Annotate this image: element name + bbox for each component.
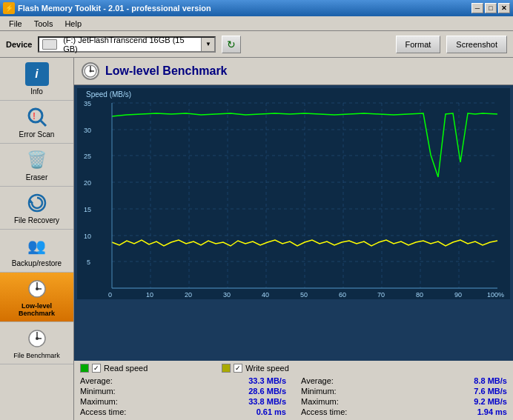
file-benchmark-icon	[25, 327, 49, 350]
svg-text:10: 10	[146, 291, 153, 299]
read-speed-checkbox[interactable]: ✓	[92, 364, 101, 373]
svg-text:15: 15	[84, 206, 91, 213]
read-speed-color	[80, 364, 89, 373]
write-speed-color	[222, 364, 231, 373]
svg-text:70: 70	[377, 291, 385, 299]
read-average-value: 33.3 MB/s	[248, 376, 286, 385]
write-maximum-row: Maximum: 9.2 MB/s	[301, 396, 507, 407]
read-access-time-label: Access time:	[80, 407, 126, 416]
write-access-time-row: Access time: 1.94 ms	[301, 407, 507, 417]
sidebar-item-backup-restore-label: Backup/restore	[12, 259, 62, 267]
read-minimum-value: 28.6 MB/s	[248, 387, 286, 396]
sidebar-item-info[interactable]: i Info	[0, 58, 73, 101]
svg-text:35: 35	[84, 100, 91, 107]
svg-text:40: 40	[262, 291, 269, 299]
device-select-inner: (F:) JetFlashTranscend 16GB (15 GB)	[39, 36, 201, 53]
svg-point-16	[90, 70, 92, 73]
sidebar-item-info-label: Info	[30, 87, 43, 96]
write-access-time-value: 1.94 ms	[477, 407, 507, 416]
menu-file[interactable]: File	[3, 19, 28, 29]
write-minimum-value: 7.6 MB/s	[474, 387, 507, 396]
write-stats: Average: 8.8 MB/s Minimum: 7.6 MB/s Maxi…	[301, 376, 507, 417]
read-speed-legend: ✓ Read speed	[80, 364, 148, 373]
svg-text:60: 60	[339, 291, 346, 299]
sidebar-item-backup-restore[interactable]: 👥 Backup/restore	[0, 230, 73, 273]
write-speed-legend-label: Write speed	[245, 364, 289, 373]
benchmark-chart: Speed (MB/s) 35	[77, 88, 510, 299]
write-maximum-label: Maximum:	[301, 397, 339, 406]
read-speed-legend-label: Read speed	[104, 364, 148, 373]
write-average-value: 8.8 MB/s	[474, 376, 507, 385]
svg-text:20: 20	[84, 179, 91, 187]
svg-text:10: 10	[84, 233, 91, 240]
panel-header: Low-level Benchmark	[74, 58, 513, 85]
stats-grid: Average: 33.3 MB/s Minimum: 28.6 MB/s Ma…	[80, 376, 507, 417]
svg-text:80: 80	[416, 291, 423, 299]
title-bar-buttons: ─ □ ✕	[471, 3, 510, 13]
screenshot-button[interactable]: Screenshot	[446, 36, 507, 53]
svg-text:25: 25	[84, 153, 91, 160]
sidebar-item-error-scan-label: Error Scan	[19, 130, 55, 139]
read-access-time-row: Access time: 0.61 ms	[80, 407, 286, 417]
sidebar-item-file-benchmark[interactable]: File Benchmark	[0, 322, 73, 364]
svg-text:90: 90	[454, 291, 462, 299]
device-dropdown-arrow[interactable]: ▼	[201, 38, 214, 51]
read-stats: Average: 33.3 MB/s Minimum: 28.6 MB/s Ma…	[80, 376, 286, 417]
app-icon: ⚡	[3, 2, 15, 14]
menu-help[interactable]: Help	[59, 19, 87, 29]
panel-title: Low-level Benchmark	[105, 64, 228, 78]
sidebar-item-low-level-benchmark[interactable]: Low-level Benchmark	[0, 273, 73, 322]
svg-text:5: 5	[87, 259, 90, 266]
maximize-button[interactable]: □	[485, 3, 497, 13]
device-value: (F:) JetFlashTranscend 16GB (15 GB)	[63, 36, 198, 53]
svg-point-8	[36, 287, 39, 290]
format-button[interactable]: Format	[396, 36, 441, 53]
svg-point-0	[29, 109, 42, 122]
minimize-button[interactable]: ─	[471, 3, 483, 13]
sidebar-item-eraser[interactable]: 🗑️ Eraser	[0, 144, 73, 187]
svg-line-1	[41, 121, 46, 126]
legend-row: ✓ Read speed ✓ Write speed	[80, 364, 507, 373]
svg-text:30: 30	[84, 127, 91, 134]
svg-point-12	[36, 337, 39, 340]
eraser-icon: 🗑️	[25, 148, 49, 172]
read-maximum-value: 33.8 MB/s	[248, 397, 286, 406]
sidebar-item-file-benchmark-label: File Benchmark	[13, 352, 60, 359]
file-recovery-icon	[25, 191, 49, 215]
write-minimum-row: Minimum: 7.6 MB/s	[301, 386, 507, 396]
y-axis-label: Speed (MB/s)	[86, 90, 131, 99]
sidebar-item-error-scan[interactable]: ! Error Scan	[0, 101, 73, 144]
device-label: Device	[6, 40, 32, 49]
stats-area: ✓ Read speed ✓ Write speed Average: 33.3…	[74, 361, 513, 420]
sidebar-item-file-recovery[interactable]: File Recovery	[0, 187, 73, 230]
main-content: i Info ! Error Scan 🗑️ Eraser	[0, 58, 513, 420]
read-maximum-row: Maximum: 33.8 MB/s	[80, 396, 286, 407]
error-scan-icon: !	[25, 105, 49, 129]
svg-text:0: 0	[108, 291, 112, 299]
menu-bar: File Tools Help	[0, 16, 513, 31]
write-average-label: Average:	[301, 376, 334, 385]
backup-restore-icon: 👥	[25, 234, 49, 258]
write-minimum-label: Minimum:	[301, 387, 337, 396]
read-minimum-label: Minimum:	[80, 387, 116, 396]
write-speed-legend: ✓ Write speed	[222, 364, 289, 373]
write-average-row: Average: 8.8 MB/s	[301, 376, 507, 386]
svg-text:50: 50	[300, 291, 308, 299]
svg-text:100%: 100%	[487, 291, 504, 299]
info-icon: i	[25, 62, 49, 86]
read-average-label: Average:	[80, 376, 113, 385]
svg-text:!: !	[33, 111, 36, 121]
close-button[interactable]: ✕	[498, 3, 510, 13]
refresh-button[interactable]: ↻	[222, 36, 241, 53]
low-level-benchmark-icon	[25, 277, 49, 301]
device-select-wrapper[interactable]: (F:) JetFlashTranscend 16GB (15 GB) ▼	[38, 36, 216, 53]
title-bar: ⚡ Flash Memory Toolkit - 2.01 - professi…	[0, 0, 513, 16]
svg-text:20: 20	[185, 291, 192, 299]
sidebar-item-file-recovery-label: File Recovery	[14, 216, 59, 224]
menu-tools[interactable]: Tools	[28, 19, 59, 29]
sidebar-item-low-level-benchmark-label: Low-level Benchmark	[3, 302, 70, 317]
write-speed-checkbox[interactable]: ✓	[234, 364, 242, 373]
right-panel: Low-level Benchmark Speed (MB/s)	[74, 58, 513, 420]
write-access-time-label: Access time:	[301, 407, 347, 416]
write-maximum-value: 9.2 MB/s	[474, 397, 507, 406]
